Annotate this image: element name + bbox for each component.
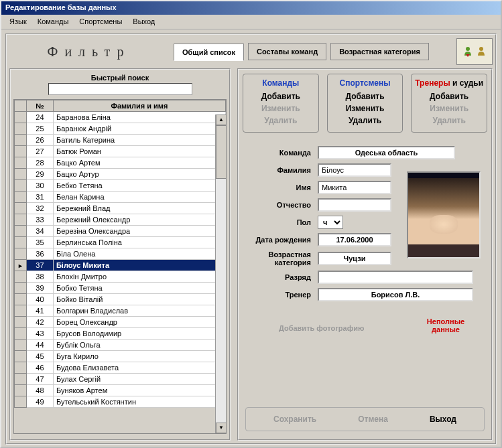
table-row[interactable]: 30Бебко Тетяна: [15, 180, 226, 192]
row-marker: [15, 112, 27, 123]
athletes-add-button[interactable]: Добавить: [330, 92, 400, 101]
row-number: 31: [26, 192, 53, 203]
table-row[interactable]: 32Бережний Влад: [15, 203, 226, 214]
row-number: 28: [26, 157, 53, 169]
middlename-field[interactable]: [318, 198, 391, 212]
table-row[interactable]: 31Белан Карина: [15, 192, 226, 203]
table-row[interactable]: 46Будова Елизавета: [15, 362, 226, 374]
table-row[interactable]: 44Бублік Ольга: [15, 340, 226, 351]
row-marker: [15, 203, 27, 214]
table-row[interactable]: 49Бутельський Костянтин: [15, 396, 226, 408]
row-number: 45: [26, 351, 53, 362]
table-row[interactable]: 37Білоус Микита: [15, 260, 226, 271]
athletes-delete-button[interactable]: Удалить: [330, 116, 400, 125]
table-row[interactable]: 25Баранюк Андрій: [15, 123, 226, 135]
database-editor-window: Редактирование базы данных Язык Команды …: [0, 0, 502, 448]
table-row[interactable]: 24Баранова Еліна: [15, 112, 226, 123]
agecat-field[interactable]: [318, 252, 391, 265]
table-row[interactable]: 36Біла Олена: [15, 248, 226, 260]
menu-athletes[interactable]: Спортсмены: [74, 16, 127, 27]
rank-label: Разряд: [243, 273, 318, 281]
coach-label: Тренер: [243, 291, 318, 299]
row-number: 35: [26, 237, 53, 248]
table-row[interactable]: 38Блохін Дмитро: [15, 271, 226, 283]
table-row[interactable]: 41Болгарин Владислав: [15, 305, 226, 317]
table-row[interactable]: 27Батюк Роман: [15, 146, 226, 157]
row-marker: [15, 146, 27, 157]
row-number: 30: [26, 180, 53, 192]
team-field[interactable]: Одеська область: [318, 146, 455, 159]
quick-search-input[interactable]: [48, 83, 192, 95]
team-label: Команда: [243, 149, 318, 157]
add-photo-link[interactable]: Добавить фотографию: [279, 324, 364, 332]
table-row[interactable]: 40Бойко Віталій: [15, 294, 226, 305]
scroll-down-arrow[interactable]: ▼: [216, 423, 227, 433]
person-icon[interactable]: [476, 46, 487, 57]
row-name: Брусов Володимир: [53, 328, 225, 340]
athlete-photo[interactable]: [407, 171, 481, 258]
person-down-icon[interactable]: [462, 46, 473, 57]
tab-common-list[interactable]: Общий список: [174, 44, 244, 61]
row-number: 44: [26, 340, 53, 351]
row-number: 34: [26, 226, 53, 237]
table-row[interactable]: 42Борец Олександр: [15, 317, 226, 328]
row-name: Блохін Дмитро: [53, 271, 225, 283]
row-marker: [15, 135, 27, 146]
row-name: Белан Карина: [53, 192, 225, 203]
row-marker: [15, 317, 27, 328]
table-row[interactable]: 29Бацко Артур: [15, 169, 226, 180]
table-row[interactable]: 34Березіна Олександра: [15, 226, 226, 237]
incomplete-data-warning: Неполные данные: [412, 317, 479, 333]
table-row[interactable]: 48Буняков Артем: [15, 385, 226, 396]
section-teams-title: Команды: [246, 78, 316, 88]
coach-field[interactable]: Борисов Л.В.: [318, 288, 473, 301]
window-title: Редактирование базы данных: [1, 1, 501, 15]
row-name: Білоус Микита: [53, 260, 225, 271]
row-name: Буняков Артем: [53, 385, 225, 396]
firstname-field[interactable]: [318, 181, 391, 194]
coaches-delete-button: Удалить: [414, 116, 484, 125]
rank-field[interactable]: [318, 271, 473, 284]
menu-exit[interactable]: Выход: [127, 16, 160, 27]
scroll-up-arrow[interactable]: ▲: [216, 115, 227, 125]
row-number: 46: [26, 362, 53, 374]
lastname-field[interactable]: [318, 163, 391, 177]
table-row[interactable]: 45Буга Кирило: [15, 351, 226, 362]
coaches-add-button[interactable]: Добавить: [414, 92, 484, 101]
dob-field[interactable]: [318, 233, 391, 246]
athletes-edit-button[interactable]: Изменить: [330, 104, 400, 113]
table-row[interactable]: 43Брусов Володимир: [15, 328, 226, 340]
table-row[interactable]: 35Берлинська Поліна: [15, 237, 226, 248]
row-name: Будова Елизавета: [53, 362, 225, 374]
table-row[interactable]: 47Булах Сергій: [15, 374, 226, 385]
row-name: Буга Кирило: [53, 351, 225, 362]
row-name: Берлинська Поліна: [53, 237, 225, 248]
row-marker: [15, 351, 27, 362]
coaches-edit-button: Изменить: [414, 104, 484, 113]
row-name: Баранюк Андрій: [53, 123, 225, 135]
sex-select[interactable]: ч: [318, 216, 343, 229]
filter-label: Фильтр: [9, 44, 168, 60]
table-row[interactable]: 33Бережний Олександр: [15, 214, 226, 226]
menubar: Язык Команды Спортсмены Выход: [1, 15, 501, 29]
tabs: Общий список Составы команд Возрастная к…: [174, 43, 451, 60]
teams-add-button[interactable]: Добавить: [246, 92, 316, 101]
table-row[interactable]: 39Бобко Тетяна: [15, 283, 226, 294]
row-number: 49: [26, 396, 53, 408]
column-name[interactable]: Фамилия и имя: [53, 100, 225, 112]
scroll-thumb[interactable]: [216, 125, 227, 179]
tab-age-category[interactable]: Возрастная категория: [330, 43, 429, 60]
table-row[interactable]: 26Батиль Катерина: [15, 135, 226, 146]
row-name: Бойко Віталій: [53, 294, 225, 305]
section-coaches: Тренеры и судьи Добавить Изменить Удалит…: [411, 74, 487, 133]
tab-team-compositions[interactable]: Составы команд: [248, 43, 326, 60]
exit-button[interactable]: Выход: [430, 415, 456, 424]
row-number: 29: [26, 169, 53, 180]
grid-scrollbar[interactable]: ▲ ▼: [215, 115, 226, 433]
athletes-grid: № Фамилия и имя 24Баранова Еліна25Бараню…: [13, 99, 227, 434]
row-marker: [15, 248, 27, 260]
column-number[interactable]: №: [26, 100, 53, 112]
menu-language[interactable]: Язык: [4, 16, 32, 27]
menu-teams[interactable]: Команды: [32, 16, 74, 27]
table-row[interactable]: 28Бацко Артем: [15, 157, 226, 169]
